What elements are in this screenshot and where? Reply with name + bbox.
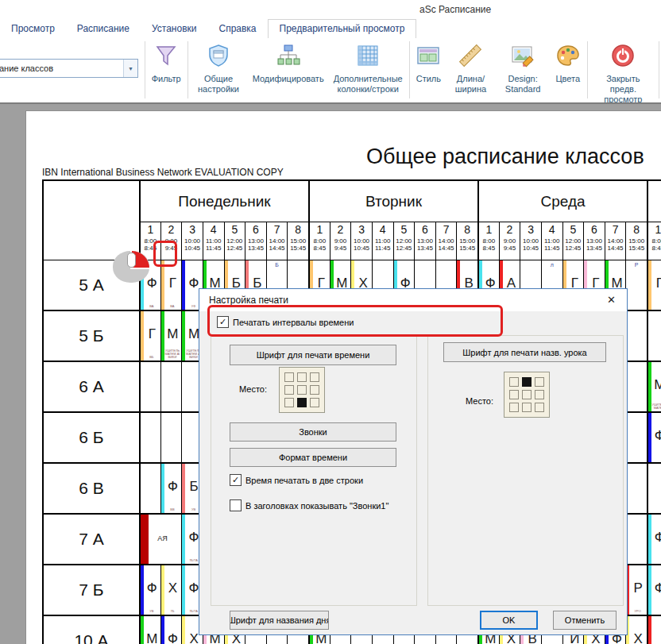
print-settings-dialog: Настройка печати ✕ ✓ Печатать интервалы … (199, 288, 628, 635)
place-grid-cell[interactable] (522, 403, 532, 412)
view-selector-combobox[interactable]: ание классов ▼ (0, 59, 138, 78)
lesson-small-letter: Б (267, 262, 288, 268)
toolbar-button-ruler[interactable]: Длина/ширина (446, 38, 495, 102)
period-time-start: 10:00 (182, 237, 203, 245)
period-header: 18:008:45 (477, 222, 499, 260)
place-grid-cell[interactable] (310, 398, 319, 407)
toolbar-button-grid[interactable]: Дополнительные колонки/строки (329, 38, 408, 102)
period-time-end: 10:45 (182, 245, 203, 252)
toolbar-button-palette[interactable]: Цвета (551, 38, 586, 102)
lesson-cell: Ф (647, 565, 661, 616)
lesson-subject-letter: Г (651, 276, 661, 291)
period-time-start: 8:00 (310, 237, 330, 245)
lesson-cell: ФВВ (160, 464, 182, 515)
period-header: 411:0011:45 (372, 222, 393, 260)
period-time-start: 12:00 (225, 237, 245, 245)
place-grid-cell[interactable] (535, 377, 544, 387)
toolbar-button-filter[interactable]: Фильтр (147, 38, 186, 102)
period-header: 512:0012:45 (393, 222, 415, 260)
place-grid-cell[interactable] (297, 372, 307, 382)
toolbar-button-design[interactable]: Design: Standard (496, 38, 551, 102)
checkbox-box[interactable] (230, 499, 242, 511)
checkbox-box[interactable]: ✓ (230, 474, 242, 486)
period-number: 1 (310, 222, 330, 237)
class-name-cell: 5 Б (44, 311, 139, 362)
period-header: 310:0010:45 (350, 222, 372, 260)
tab-spravka[interactable]: Справка (207, 19, 267, 38)
checkbox-show-bells1[interactable]: В заголовках показывать "Звонки1" (230, 499, 388, 511)
org-chart-icon (276, 43, 301, 71)
tab-preview-active[interactable]: Предварительный просмотр (268, 19, 417, 39)
place-label-right: Место: (466, 396, 493, 406)
period-number: 6 (415, 222, 435, 237)
period-header: 815:0015:45 (625, 222, 647, 260)
time-format-button[interactable]: Формат времени (230, 448, 396, 467)
place-grid-cell[interactable] (284, 385, 294, 395)
class-name-cell: 6 А (44, 362, 139, 413)
close-icon[interactable]: ✕ (607, 294, 616, 306)
place-grid-cell[interactable] (535, 403, 544, 412)
place-grid-cell[interactable] (310, 372, 319, 382)
ok-button[interactable]: OK (480, 611, 538, 630)
class-name-cell: 7 Б (44, 565, 139, 616)
tab-ustanovki[interactable]: Установки (141, 19, 207, 38)
period-number: 2 (330, 222, 351, 237)
place-grid-cell[interactable] (297, 385, 307, 395)
place-grid-cell[interactable] (284, 398, 294, 407)
font-day-name-button[interactable]: Шрифт для названия дня (230, 611, 329, 630)
period-time-start: 9:00 (500, 237, 520, 245)
bells-button[interactable]: Звонки (230, 422, 396, 442)
lesson-cell: ГВБ (139, 311, 160, 362)
ribbon-toolbar: ание классов ▼ ФильтрОбщие настройкиМоди… (0, 38, 661, 103)
period-time-start: 15:00 (626, 237, 647, 245)
place-grid-cell[interactable] (509, 403, 519, 412)
toolbar-separator (659, 41, 659, 98)
period-time-start: 13:00 (245, 237, 266, 245)
place-grid-cell[interactable] (522, 390, 532, 399)
page-title: Общее расписание классов (366, 145, 644, 169)
place-grid-cell[interactable] (509, 377, 519, 387)
lesson-cell: ГВА (160, 260, 182, 311)
toolbar-button-shield[interactable]: Общие настройки (189, 38, 247, 102)
lesson-teacher-text: ВА (164, 305, 181, 308)
period-number: 4 (373, 222, 393, 237)
toolbar-button-style[interactable]: Стиль (411, 38, 446, 102)
lesson-subject-letter: Ф (164, 479, 182, 495)
cancel-button[interactable]: Отменить (553, 611, 617, 630)
place-grid-cell[interactable] (509, 390, 519, 399)
period-number: 3 (182, 222, 203, 237)
lesson-cell: Р (625, 260, 647, 311)
place-grid-selected-cell[interactable] (522, 377, 532, 387)
shield-icon (206, 43, 231, 71)
place-grid-cell[interactable] (535, 390, 544, 399)
lesson-cell (647, 464, 661, 515)
place-label-left: Место: (239, 384, 267, 394)
period-time-start: 10:00 (351, 237, 372, 245)
place-grid-cell[interactable] (284, 372, 294, 382)
place-grid-time[interactable] (279, 367, 325, 413)
lesson-cell (647, 616, 661, 644)
lesson-teacher-text: ВА (144, 305, 160, 308)
toolbar-button-org-chart[interactable]: Модифицировать (248, 38, 329, 102)
toolbar-separator (587, 41, 588, 98)
filter-icon (153, 43, 179, 71)
tab-prosmotr[interactable]: Просмотр (0, 19, 66, 38)
font-time-button[interactable]: Шрифт для печати времени (230, 345, 396, 365)
place-grid-cell[interactable] (310, 385, 319, 395)
lesson-subject-letter: Г (164, 276, 182, 291)
place-grid-lesson[interactable] (504, 372, 550, 418)
mouse-wheel (127, 253, 136, 268)
toolbar-button-power[interactable]: Закрыть предв. просмотр (589, 38, 657, 102)
period-time-start: 12:00 (563, 237, 584, 245)
chevron-down-icon[interactable]: ▼ (123, 60, 137, 77)
lesson-subject-letter: Ф (651, 530, 661, 546)
font-lesson-name-button[interactable]: Шрифт для печати назв. урока (443, 342, 606, 362)
lesson-cell (647, 311, 661, 362)
lesson-cell (139, 464, 160, 515)
tab-raspisanie[interactable]: Расписание (66, 19, 141, 38)
period-number: 7 (605, 222, 626, 237)
lesson-subject-letter: Ф (164, 631, 182, 644)
checkbox-time-two-lines[interactable]: ✓ Время печатать в две строки (230, 474, 363, 486)
place-grid-selected-cell[interactable] (297, 398, 307, 407)
period-number: 1 (479, 222, 499, 237)
